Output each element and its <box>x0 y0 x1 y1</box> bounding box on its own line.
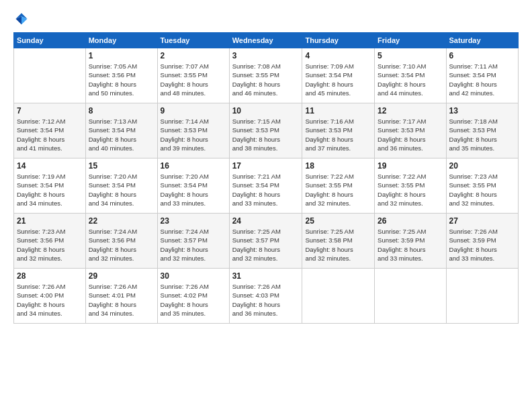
day-number: 11 <box>305 106 371 116</box>
day-info: Sunrise: 7:09 AMSunset: 3:54 PMDaylight:… <box>305 62 371 97</box>
calendar-cell <box>302 269 375 324</box>
day-number: 9 <box>161 106 226 116</box>
day-number: 20 <box>449 161 515 171</box>
day-number: 8 <box>89 106 154 116</box>
day-number: 21 <box>17 216 83 226</box>
day-number: 6 <box>449 51 515 60</box>
calendar-cell: 22Sunrise: 7:24 AMSunset: 3:56 PMDayligh… <box>85 214 157 269</box>
day-number: 3 <box>232 51 300 60</box>
weekday-header-saturday: Saturday <box>446 33 518 48</box>
calendar-cell: 26Sunrise: 7:25 AMSunset: 3:59 PMDayligh… <box>375 214 446 269</box>
calendar-cell: 24Sunrise: 7:25 AMSunset: 3:57 PMDayligh… <box>229 214 302 269</box>
calendar-cell <box>446 269 518 324</box>
weekday-header-friday: Friday <box>375 33 446 48</box>
day-number: 24 <box>232 216 300 226</box>
day-info: Sunrise: 7:13 AMSunset: 3:54 PMDaylight:… <box>89 117 154 152</box>
calendar-cell: 31Sunrise: 7:26 AMSunset: 4:03 PMDayligh… <box>229 269 302 324</box>
calendar-cell <box>14 48 86 103</box>
day-info: Sunrise: 7:26 AMSunset: 3:59 PMDaylight:… <box>449 227 515 263</box>
calendar-cell: 25Sunrise: 7:25 AMSunset: 3:58 PMDayligh… <box>302 214 375 269</box>
calendar-week-3: 14Sunrise: 7:19 AMSunset: 3:54 PMDayligh… <box>14 158 519 214</box>
day-number: 22 <box>89 216 154 226</box>
day-info: Sunrise: 7:20 AMSunset: 3:54 PMDaylight:… <box>161 172 226 208</box>
calendar-header: SundayMondayTuesdayWednesdayThursdayFrid… <box>14 33 519 48</box>
day-info: Sunrise: 7:26 AMSunset: 4:01 PMDaylight:… <box>89 282 154 318</box>
day-info: Sunrise: 7:20 AMSunset: 3:54 PMDaylight:… <box>89 172 154 208</box>
calendar-cell: 28Sunrise: 7:26 AMSunset: 4:00 PMDayligh… <box>14 269 86 324</box>
calendar-cell: 18Sunrise: 7:22 AMSunset: 3:55 PMDayligh… <box>302 158 375 214</box>
calendar-cell: 4Sunrise: 7:09 AMSunset: 3:54 PMDaylight… <box>302 48 375 103</box>
day-info: Sunrise: 7:25 AMSunset: 3:59 PMDaylight:… <box>378 227 443 263</box>
day-number: 25 <box>305 216 371 226</box>
day-number: 28 <box>17 271 83 281</box>
calendar-cell: 27Sunrise: 7:26 AMSunset: 3:59 PMDayligh… <box>446 214 518 269</box>
day-number: 17 <box>232 161 300 171</box>
day-number: 30 <box>161 271 226 281</box>
day-info: Sunrise: 7:21 AMSunset: 3:54 PMDaylight:… <box>232 172 300 208</box>
calendar-week-2: 7Sunrise: 7:12 AMSunset: 3:54 PMDaylight… <box>14 103 519 158</box>
day-info: Sunrise: 7:24 AMSunset: 3:56 PMDaylight:… <box>89 227 154 263</box>
day-info: Sunrise: 7:24 AMSunset: 3:57 PMDaylight:… <box>161 227 226 263</box>
day-number: 31 <box>232 271 300 281</box>
calendar-cell: 7Sunrise: 7:12 AMSunset: 3:54 PMDaylight… <box>14 103 86 158</box>
day-info: Sunrise: 7:15 AMSunset: 3:53 PMDaylight:… <box>232 117 300 152</box>
day-info: Sunrise: 7:11 AMSunset: 3:54 PMDaylight:… <box>449 62 515 97</box>
calendar-week-1: 1Sunrise: 7:05 AMSunset: 3:56 PMDaylight… <box>14 48 519 103</box>
day-info: Sunrise: 7:12 AMSunset: 3:54 PMDaylight:… <box>17 117 83 152</box>
day-number: 26 <box>378 216 443 226</box>
day-number: 18 <box>305 161 371 171</box>
calendar-cell: 6Sunrise: 7:11 AMSunset: 3:54 PMDaylight… <box>446 48 518 103</box>
calendar-cell: 30Sunrise: 7:26 AMSunset: 4:02 PMDayligh… <box>157 269 229 324</box>
calendar-cell: 1Sunrise: 7:05 AMSunset: 3:56 PMDaylight… <box>85 48 157 103</box>
day-info: Sunrise: 7:08 AMSunset: 3:55 PMDaylight:… <box>232 62 300 97</box>
day-number: 7 <box>17 106 83 116</box>
day-number: 1 <box>89 51 154 60</box>
calendar-table: SundayMondayTuesdayWednesdayThursdayFrid… <box>13 32 519 324</box>
calendar-body: 1Sunrise: 7:05 AMSunset: 3:56 PMDaylight… <box>14 48 519 324</box>
weekday-header-wednesday: Wednesday <box>229 33 302 48</box>
logo <box>13 11 32 27</box>
day-info: Sunrise: 7:22 AMSunset: 3:55 PMDaylight:… <box>378 172 443 208</box>
day-info: Sunrise: 7:05 AMSunset: 3:56 PMDaylight:… <box>89 62 154 97</box>
calendar-cell: 19Sunrise: 7:22 AMSunset: 3:55 PMDayligh… <box>375 158 446 214</box>
calendar-cell: 11Sunrise: 7:16 AMSunset: 3:53 PMDayligh… <box>302 103 375 158</box>
calendar-cell: 15Sunrise: 7:20 AMSunset: 3:54 PMDayligh… <box>85 158 157 214</box>
day-info: Sunrise: 7:23 AMSunset: 3:55 PMDaylight:… <box>449 172 515 208</box>
calendar-cell: 10Sunrise: 7:15 AMSunset: 3:53 PMDayligh… <box>229 103 302 158</box>
day-info: Sunrise: 7:26 AMSunset: 4:02 PMDaylight:… <box>161 282 226 318</box>
calendar-cell: 9Sunrise: 7:14 AMSunset: 3:53 PMDaylight… <box>157 103 229 158</box>
page-header <box>13 11 519 27</box>
day-number: 27 <box>449 216 515 226</box>
day-info: Sunrise: 7:16 AMSunset: 3:53 PMDaylight:… <box>305 117 371 152</box>
logo-icon <box>13 11 30 27</box>
calendar-cell: 14Sunrise: 7:19 AMSunset: 3:54 PMDayligh… <box>14 158 86 214</box>
calendar-cell: 12Sunrise: 7:17 AMSunset: 3:53 PMDayligh… <box>375 103 446 158</box>
day-info: Sunrise: 7:19 AMSunset: 3:54 PMDaylight:… <box>17 172 83 208</box>
day-number: 29 <box>89 271 154 281</box>
calendar-cell: 5Sunrise: 7:10 AMSunset: 3:54 PMDaylight… <box>375 48 446 103</box>
calendar-cell: 17Sunrise: 7:21 AMSunset: 3:54 PMDayligh… <box>229 158 302 214</box>
svg-marker-1 <box>21 17 28 25</box>
day-info: Sunrise: 7:26 AMSunset: 4:03 PMDaylight:… <box>232 282 300 318</box>
calendar-cell: 16Sunrise: 7:20 AMSunset: 3:54 PMDayligh… <box>157 158 229 214</box>
day-info: Sunrise: 7:18 AMSunset: 3:53 PMDaylight:… <box>449 117 515 152</box>
day-number: 5 <box>378 51 443 60</box>
calendar-cell: 29Sunrise: 7:26 AMSunset: 4:01 PMDayligh… <box>85 269 157 324</box>
weekday-header-monday: Monday <box>85 33 157 48</box>
day-number: 2 <box>161 51 226 60</box>
day-info: Sunrise: 7:26 AMSunset: 4:00 PMDaylight:… <box>17 282 83 318</box>
day-info: Sunrise: 7:23 AMSunset: 3:56 PMDaylight:… <box>17 227 83 263</box>
day-number: 23 <box>161 216 226 226</box>
calendar-week-4: 21Sunrise: 7:23 AMSunset: 3:56 PMDayligh… <box>14 214 519 269</box>
day-info: Sunrise: 7:22 AMSunset: 3:55 PMDaylight:… <box>305 172 371 208</box>
day-number: 14 <box>17 161 83 171</box>
calendar-cell: 13Sunrise: 7:18 AMSunset: 3:53 PMDayligh… <box>446 103 518 158</box>
day-number: 19 <box>378 161 443 171</box>
calendar-cell: 21Sunrise: 7:23 AMSunset: 3:56 PMDayligh… <box>14 214 86 269</box>
day-info: Sunrise: 7:14 AMSunset: 3:53 PMDaylight:… <box>161 117 226 152</box>
calendar-cell: 23Sunrise: 7:24 AMSunset: 3:57 PMDayligh… <box>157 214 229 269</box>
svg-marker-2 <box>15 17 21 25</box>
day-number: 10 <box>232 106 300 116</box>
calendar-cell <box>375 269 446 324</box>
calendar-cell: 8Sunrise: 7:13 AMSunset: 3:54 PMDaylight… <box>85 103 157 158</box>
